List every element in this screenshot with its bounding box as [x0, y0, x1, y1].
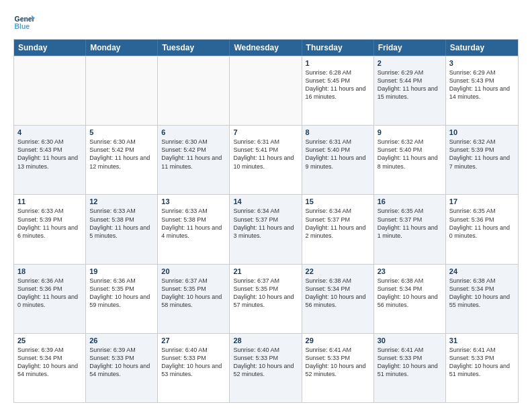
day-info: Sunrise: 6:36 AM Sunset: 5:35 PM Dayligh…: [89, 277, 154, 310]
day-number: 19: [89, 267, 154, 275]
empty-cell: [230, 56, 302, 125]
day-cell-23: 23Sunrise: 6:38 AM Sunset: 5:34 PM Dayli…: [374, 265, 446, 333]
day-info: Sunrise: 6:33 AM Sunset: 5:38 PM Dayligh…: [89, 207, 154, 240]
day-info: Sunrise: 6:29 AM Sunset: 5:44 PM Dayligh…: [378, 68, 442, 101]
day-number: 8: [306, 128, 370, 136]
day-info: Sunrise: 6:30 AM Sunset: 5:42 PM Dayligh…: [89, 138, 154, 171]
day-info: Sunrise: 6:41 AM Sunset: 5:33 PM Dayligh…: [306, 346, 370, 379]
day-of-week-tuesday: Tuesday: [158, 40, 230, 56]
day-cell-17: 17Sunrise: 6:35 AM Sunset: 5:36 PM Dayli…: [446, 195, 518, 263]
day-number: 21: [233, 267, 298, 275]
day-number: 22: [306, 267, 370, 275]
day-info: Sunrise: 6:31 AM Sunset: 5:41 PM Dayligh…: [233, 138, 298, 171]
calendar-body: 1Sunrise: 6:28 AM Sunset: 5:45 PM Daylig…: [14, 56, 518, 402]
calendar-page: General Blue SundayMondayTuesdayWednesda…: [0, 0, 532, 411]
day-info: Sunrise: 6:38 AM Sunset: 5:34 PM Dayligh…: [306, 277, 370, 310]
day-of-week-saturday: Saturday: [446, 40, 518, 56]
day-number: 26: [89, 336, 154, 345]
week-row-5: 25Sunrise: 6:39 AM Sunset: 5:34 PM Dayli…: [14, 333, 518, 402]
day-info: Sunrise: 6:38 AM Sunset: 5:34 PM Dayligh…: [449, 277, 515, 310]
day-of-week-friday: Friday: [374, 40, 446, 56]
day-cell-22: 22Sunrise: 6:38 AM Sunset: 5:34 PM Dayli…: [302, 265, 374, 333]
day-cell-14: 14Sunrise: 6:34 AM Sunset: 5:37 PM Dayli…: [230, 195, 302, 263]
day-info: Sunrise: 6:40 AM Sunset: 5:33 PM Dayligh…: [233, 346, 298, 379]
day-info: Sunrise: 6:30 AM Sunset: 5:43 PM Dayligh…: [17, 138, 82, 171]
day-cell-27: 27Sunrise: 6:40 AM Sunset: 5:33 PM Dayli…: [158, 334, 230, 402]
day-cell-20: 20Sunrise: 6:37 AM Sunset: 5:35 PM Dayli…: [158, 265, 230, 333]
day-cell-16: 16Sunrise: 6:35 AM Sunset: 5:37 PM Dayli…: [374, 195, 446, 263]
day-info: Sunrise: 6:41 AM Sunset: 5:33 PM Dayligh…: [449, 346, 515, 379]
empty-cell: [14, 56, 86, 125]
day-info: Sunrise: 6:36 AM Sunset: 5:36 PM Dayligh…: [17, 277, 82, 310]
day-info: Sunrise: 6:34 AM Sunset: 5:37 PM Dayligh…: [306, 207, 370, 240]
day-number: 25: [17, 336, 82, 345]
day-number: 7: [233, 128, 298, 136]
logo: General Blue: [13, 11, 35, 32]
day-of-week-sunday: Sunday: [14, 40, 86, 56]
day-number: 16: [378, 197, 442, 205]
day-info: Sunrise: 6:37 AM Sunset: 5:35 PM Dayligh…: [161, 277, 226, 310]
day-cell-15: 15Sunrise: 6:34 AM Sunset: 5:37 PM Dayli…: [302, 195, 374, 263]
day-info: Sunrise: 6:35 AM Sunset: 5:37 PM Dayligh…: [378, 207, 442, 240]
day-info: Sunrise: 6:33 AM Sunset: 5:39 PM Dayligh…: [17, 207, 82, 240]
day-number: 30: [378, 336, 442, 345]
calendar-header: SundayMondayTuesdayWednesdayThursdayFrid…: [14, 40, 518, 56]
day-cell-9: 9Sunrise: 6:32 AM Sunset: 5:40 PM Daylig…: [374, 126, 446, 194]
day-cell-13: 13Sunrise: 6:33 AM Sunset: 5:38 PM Dayli…: [158, 195, 230, 263]
day-number: 13: [161, 197, 226, 205]
day-number: 12: [89, 197, 154, 205]
day-number: 14: [233, 197, 298, 205]
day-number: 2: [378, 59, 442, 67]
day-cell-1: 1Sunrise: 6:28 AM Sunset: 5:45 PM Daylig…: [302, 56, 374, 125]
day-of-week-thursday: Thursday: [302, 40, 374, 56]
day-number: 1: [306, 59, 370, 67]
day-number: 9: [378, 128, 442, 136]
day-info: Sunrise: 6:40 AM Sunset: 5:33 PM Dayligh…: [161, 346, 226, 379]
day-info: Sunrise: 6:31 AM Sunset: 5:40 PM Dayligh…: [306, 138, 370, 171]
day-info: Sunrise: 6:39 AM Sunset: 5:33 PM Dayligh…: [89, 346, 154, 379]
day-info: Sunrise: 6:39 AM Sunset: 5:34 PM Dayligh…: [17, 346, 82, 379]
day-info: Sunrise: 6:29 AM Sunset: 5:43 PM Dayligh…: [449, 68, 515, 101]
day-cell-7: 7Sunrise: 6:31 AM Sunset: 5:41 PM Daylig…: [230, 126, 302, 194]
day-cell-11: 11Sunrise: 6:33 AM Sunset: 5:39 PM Dayli…: [14, 195, 86, 263]
day-cell-18: 18Sunrise: 6:36 AM Sunset: 5:36 PM Dayli…: [14, 265, 86, 333]
week-row-3: 11Sunrise: 6:33 AM Sunset: 5:39 PM Dayli…: [14, 194, 518, 263]
day-number: 28: [233, 336, 298, 345]
day-of-week-monday: Monday: [86, 40, 158, 56]
day-number: 31: [449, 336, 515, 345]
day-number: 5: [89, 128, 154, 136]
day-cell-30: 30Sunrise: 6:41 AM Sunset: 5:33 PM Dayli…: [374, 334, 446, 402]
day-info: Sunrise: 6:38 AM Sunset: 5:34 PM Dayligh…: [378, 277, 442, 310]
day-cell-21: 21Sunrise: 6:37 AM Sunset: 5:35 PM Dayli…: [230, 265, 302, 333]
day-cell-26: 26Sunrise: 6:39 AM Sunset: 5:33 PM Dayli…: [86, 334, 158, 402]
day-info: Sunrise: 6:28 AM Sunset: 5:45 PM Dayligh…: [306, 68, 370, 101]
day-number: 24: [449, 267, 515, 275]
day-cell-3: 3Sunrise: 6:29 AM Sunset: 5:43 PM Daylig…: [446, 56, 518, 125]
day-of-week-wednesday: Wednesday: [230, 40, 302, 56]
day-info: Sunrise: 6:30 AM Sunset: 5:42 PM Dayligh…: [161, 138, 226, 171]
day-info: Sunrise: 6:33 AM Sunset: 5:38 PM Dayligh…: [161, 207, 226, 240]
day-info: Sunrise: 6:34 AM Sunset: 5:37 PM Dayligh…: [233, 207, 298, 240]
day-number: 15: [306, 197, 370, 205]
day-number: 20: [161, 267, 226, 275]
day-info: Sunrise: 6:32 AM Sunset: 5:39 PM Dayligh…: [449, 138, 515, 171]
day-number: 17: [449, 197, 515, 205]
header: General Blue: [13, 11, 519, 32]
day-number: 6: [161, 128, 226, 136]
day-number: 27: [161, 336, 226, 345]
svg-text:Blue: Blue: [15, 23, 30, 30]
day-cell-19: 19Sunrise: 6:36 AM Sunset: 5:35 PM Dayli…: [86, 265, 158, 333]
week-row-4: 18Sunrise: 6:36 AM Sunset: 5:36 PM Dayli…: [14, 264, 518, 333]
day-cell-12: 12Sunrise: 6:33 AM Sunset: 5:38 PM Dayli…: [86, 195, 158, 263]
week-row-2: 4Sunrise: 6:30 AM Sunset: 5:43 PM Daylig…: [14, 125, 518, 194]
day-number: 18: [17, 267, 82, 275]
empty-cell: [158, 56, 230, 125]
day-number: 10: [449, 128, 515, 136]
day-cell-28: 28Sunrise: 6:40 AM Sunset: 5:33 PM Dayli…: [230, 334, 302, 402]
week-row-1: 1Sunrise: 6:28 AM Sunset: 5:45 PM Daylig…: [14, 56, 518, 125]
day-cell-5: 5Sunrise: 6:30 AM Sunset: 5:42 PM Daylig…: [86, 126, 158, 194]
logo-icon: General Blue: [13, 11, 35, 32]
empty-cell: [86, 56, 158, 125]
day-number: 11: [17, 197, 82, 205]
day-number: 23: [378, 267, 442, 275]
